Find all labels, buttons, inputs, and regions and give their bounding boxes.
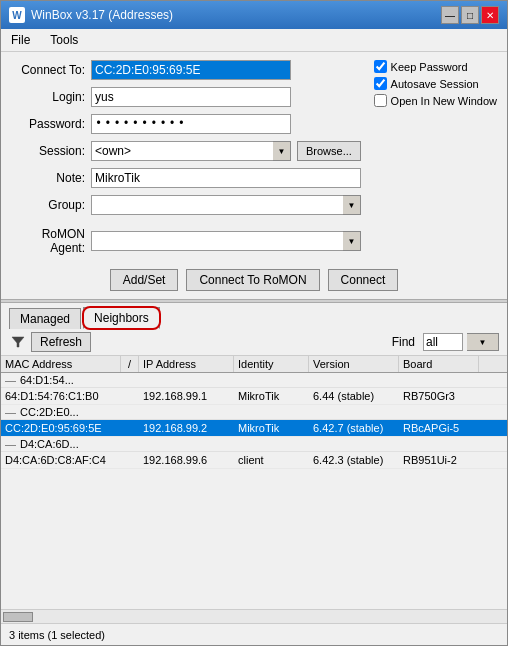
group-label-2: CC:2D:E0... — [20, 406, 79, 418]
connect-button[interactable]: Connect — [328, 269, 399, 291]
roomon-row: RoMON Agent: ▼ — [1, 227, 507, 259]
open-new-window-row: Open In New Window — [374, 94, 497, 107]
note-label: Note: — [11, 171, 91, 185]
session-row: Session: ▼ Browse... — [11, 141, 497, 161]
autosave-session-checkbox[interactable] — [374, 77, 387, 90]
th-mac: MAC Address — [1, 356, 121, 372]
open-new-window-checkbox[interactable] — [374, 94, 387, 107]
group-row-2: — CC:2D:E0... — [1, 405, 507, 420]
cell-identity-3: client — [234, 453, 309, 467]
th-ip: IP Address — [139, 356, 234, 372]
keep-password-row: Keep Password — [374, 60, 497, 73]
group-label-1: 64:D1:54... — [20, 374, 74, 386]
autosave-session-row: Autosave Session — [374, 77, 497, 90]
note-input[interactable] — [91, 168, 361, 188]
maximize-button[interactable]: □ — [461, 6, 479, 24]
cell-mac-3: D4:CA:6D:C8:AF:C4 — [1, 453, 121, 467]
buttons-row: Add/Set Connect To RoMON Connect — [1, 269, 507, 299]
password-row: Password: — [11, 114, 497, 134]
cell-ip-2: 192.168.99.2 — [139, 421, 234, 435]
session-input[interactable] — [91, 141, 291, 161]
cell-ip-1: 192.168.99.1 — [139, 389, 234, 403]
refresh-button[interactable]: Refresh — [31, 332, 91, 352]
cell-sep-3 — [121, 459, 139, 461]
find-label: Find — [392, 335, 415, 349]
cell-board-2: RBcAPGi-5 — [399, 421, 479, 435]
keep-password-label: Keep Password — [391, 61, 468, 73]
cell-identity-1: MikroTik — [234, 389, 309, 403]
cell-board-3: RB951Ui-2 — [399, 453, 479, 467]
open-new-window-label: Open In New Window — [391, 95, 497, 107]
group-label-3: D4:CA:6D... — [20, 438, 79, 450]
cell-ip-3: 192.168.99.6 — [139, 453, 234, 467]
title-buttons: — □ ✕ — [441, 6, 499, 24]
main-window: W WinBox v3.17 (Addresses) — □ ✕ File To… — [0, 0, 508, 646]
status-bar: 3 items (1 selected) — [1, 623, 507, 645]
table-row[interactable]: CC:2D:E0:95:69:5E 192.168.99.2 MikroTik … — [1, 420, 507, 437]
session-dropdown-arrow[interactable]: ▼ — [273, 141, 291, 161]
table-row[interactable]: 64:D1:54:76:C1:B0 192.168.99.1 MikroTik … — [1, 388, 507, 405]
autosave-session-label: Autosave Session — [391, 78, 479, 90]
title-bar: W WinBox v3.17 (Addresses) — □ ✕ — [1, 1, 507, 29]
app-icon: W — [9, 7, 25, 23]
horizontal-scrollbar[interactable] — [1, 609, 507, 623]
form-area: Connect To: Login: Password: Session: ▼ — [1, 52, 507, 227]
menu-file[interactable]: File — [5, 31, 36, 49]
cell-sep-2 — [121, 427, 139, 429]
table-body: — 64:D1:54... 64:D1:54:76:C1:B0 192.168.… — [1, 373, 507, 609]
table-header: MAC Address / IP Address Identity Versio… — [1, 356, 507, 373]
add-set-button[interactable]: Add/Set — [110, 269, 179, 291]
password-input[interactable] — [91, 114, 291, 134]
scrollbar-thumb[interactable] — [3, 612, 33, 622]
login-input[interactable] — [91, 87, 291, 107]
connect-to-label: Connect To: — [11, 63, 91, 77]
cell-version-2: 6.42.7 (stable) — [309, 421, 399, 435]
table-row[interactable]: D4:CA:6D:C8:AF:C4 192.168.99.6 client 6.… — [1, 452, 507, 469]
group-row-1: — 64:D1:54... — [1, 373, 507, 388]
cell-mac-2: CC:2D:E0:95:69:5E — [1, 421, 121, 435]
menu-tools[interactable]: Tools — [44, 31, 84, 49]
toolbar-row: Refresh Find ▼ — [1, 329, 507, 356]
tabs-row: Managed Neighbors — [1, 303, 507, 329]
tab-neighbors[interactable]: Neighbors — [83, 307, 160, 329]
keep-password-checkbox[interactable] — [374, 60, 387, 73]
menu-bar: File Tools — [1, 29, 507, 52]
cell-sep-1 — [121, 395, 139, 397]
th-identity: Identity — [234, 356, 309, 372]
status-text: 3 items (1 selected) — [9, 629, 105, 641]
browse-button[interactable]: Browse... — [297, 141, 361, 161]
minimize-button[interactable]: — — [441, 6, 459, 24]
find-dropdown-arrow[interactable]: ▼ — [467, 333, 499, 351]
table-container: MAC Address / IP Address Identity Versio… — [1, 356, 507, 609]
svg-marker-0 — [12, 337, 24, 347]
th-board: Board — [399, 356, 479, 372]
password-label: Password: — [11, 117, 91, 131]
title-bar-left: W WinBox v3.17 (Addresses) — [9, 7, 173, 23]
cell-mac-1: 64:D1:54:76:C1:B0 — [1, 389, 121, 403]
group-input[interactable] — [91, 195, 361, 215]
find-input[interactable] — [423, 333, 463, 351]
tab-managed[interactable]: Managed — [9, 308, 81, 329]
group-label: Group: — [11, 198, 91, 212]
roomon-label: RoMON Agent: — [11, 227, 91, 255]
note-row: Note: — [11, 168, 497, 188]
roomon-dropdown-arrow[interactable]: ▼ — [343, 231, 361, 251]
th-sep: / — [121, 356, 139, 372]
group-row-3: — D4:CA:6D... — [1, 437, 507, 452]
cell-version-3: 6.42.3 (stable) — [309, 453, 399, 467]
session-label: Session: — [11, 144, 91, 158]
roomon-input[interactable] — [91, 231, 361, 251]
connect-to-romon-button[interactable]: Connect To RoMON — [186, 269, 319, 291]
th-version: Version — [309, 356, 399, 372]
cell-board-1: RB750Gr3 — [399, 389, 479, 403]
filter-icon[interactable] — [9, 333, 27, 351]
close-button[interactable]: ✕ — [481, 6, 499, 24]
checkboxes-col: Keep Password Autosave Session Open In N… — [374, 60, 497, 109]
cell-version-1: 6.44 (stable) — [309, 389, 399, 403]
connect-to-input[interactable] — [91, 60, 291, 80]
login-label: Login: — [11, 90, 91, 104]
group-dropdown-arrow[interactable]: ▼ — [343, 195, 361, 215]
window-title: WinBox v3.17 (Addresses) — [31, 8, 173, 22]
cell-identity-2: MikroTik — [234, 421, 309, 435]
group-row: Group: ▼ — [11, 195, 497, 215]
